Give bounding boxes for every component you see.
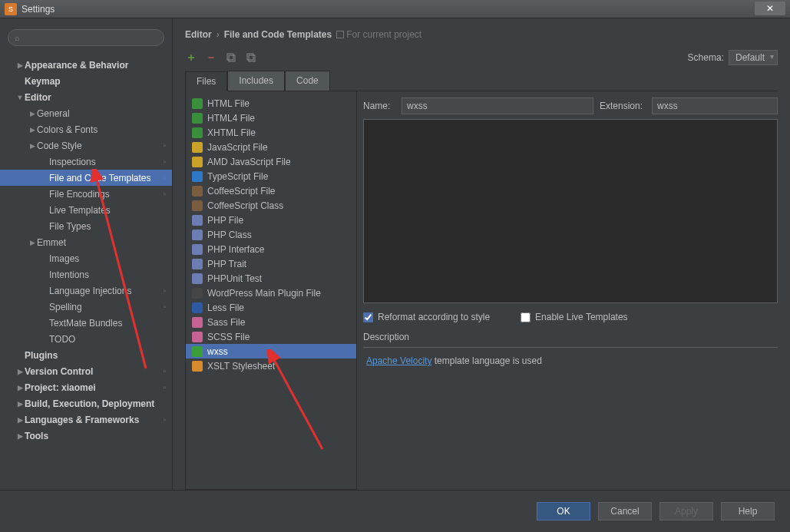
sidebar-item-label: Editor (25, 92, 51, 103)
add-template-button[interactable]: ＋ (185, 51, 197, 64)
template-list-item[interactable]: AMD JavaScript File (186, 154, 356, 169)
apply-button[interactable]: Apply (659, 502, 713, 520)
template-item-label: PHP Class (207, 230, 252, 240)
template-item-label: TypeScript File (207, 171, 268, 182)
file-type-icon (192, 346, 203, 357)
template-list-item[interactable]: PHPUnit Test (186, 271, 356, 286)
template-item-label: PHP Interface (207, 244, 264, 255)
template-list-item[interactable]: Sass File (186, 315, 356, 329)
template-list-item[interactable]: CoffeeScript Class (186, 198, 356, 213)
sidebar-item[interactable]: ▶Tools (0, 428, 172, 444)
tab-code[interactable]: Code (285, 71, 330, 91)
sidebar-item[interactable]: ▶Project: xiaomei▫ (0, 379, 172, 395)
sidebar-item-label: File Types (49, 221, 91, 232)
sidebar-item[interactable]: ▶Code Style▫ (0, 137, 172, 154)
velocity-link[interactable]: Apache Velocity (366, 355, 431, 366)
tab-files[interactable]: Files (185, 71, 227, 91)
help-button[interactable]: Help (721, 502, 775, 520)
template-list-item[interactable]: wxss (186, 344, 356, 359)
template-list-item[interactable]: CoffeeScript File (186, 183, 356, 198)
template-list-item[interactable]: JavaScript File (186, 140, 356, 154)
sidebar-item-label: Inspections (49, 157, 96, 167)
template-list-item[interactable]: PHP Interface (186, 242, 356, 256)
sidebar-item-label: Version Control (25, 366, 93, 377)
tree-arrow-icon: ▶ (28, 110, 37, 117)
sidebar-item[interactable]: Keymap (0, 73, 172, 89)
sidebar-item[interactable]: ▶General (0, 105, 172, 121)
template-item-label: HTML File (207, 98, 250, 109)
project-scope-icon: ▫ (163, 190, 166, 198)
project-scope-icon: ▫ (163, 302, 166, 311)
tab-includes[interactable]: Includes (227, 71, 285, 91)
copy-template-button-2[interactable] (245, 51, 257, 64)
template-name-input[interactable] (402, 97, 593, 114)
sidebar-item[interactable]: ▶Appearance & Behavior (0, 57, 172, 73)
reformat-checkbox[interactable]: Reformat according to style (363, 312, 490, 322)
cancel-button[interactable]: Cancel (598, 502, 652, 520)
ok-button[interactable]: OK (537, 502, 590, 520)
file-type-icon (192, 317, 203, 328)
sidebar-item[interactable]: ▼Editor (0, 89, 172, 105)
file-type-icon (192, 171, 203, 182)
sidebar-item[interactable]: Images (0, 250, 172, 266)
template-list-item[interactable]: XHTML File (186, 125, 356, 140)
file-type-icon (192, 127, 203, 138)
template-code-editor[interactable] (363, 119, 778, 303)
template-editor-panel: Name: Extension: Reformat according to s… (363, 91, 778, 490)
sidebar-item[interactable]: ▶Build, Execution, Deployment (0, 395, 172, 411)
sidebar-item[interactable]: File Types (0, 218, 172, 234)
template-item-label: JavaScript File (207, 142, 268, 153)
settings-tree: ▶Appearance & BehaviorKeymap▼Editor▶Gene… (0, 54, 172, 447)
sidebar-item[interactable]: Plugins (0, 347, 172, 363)
template-list-item[interactable]: SCSS File (186, 329, 356, 344)
file-type-icon (192, 215, 203, 226)
sidebar-search-input[interactable]: ⌕ (8, 29, 164, 46)
sidebar-item[interactable]: TODO (0, 331, 172, 347)
remove-template-button[interactable]: － (205, 51, 217, 64)
template-list-item[interactable]: TypeScript File (186, 169, 356, 183)
project-scope-icon: ▫ (163, 157, 166, 166)
template-list-item[interactable]: PHP Class (186, 227, 356, 242)
file-type-icon (192, 186, 203, 197)
enable-live-templates-checkbox[interactable]: Enable Live Templates (521, 312, 628, 322)
template-list-item[interactable]: PHP File (186, 213, 356, 227)
sidebar-item[interactable]: Inspections▫ (0, 154, 172, 170)
template-list-item[interactable]: HTML File (186, 96, 356, 111)
template-list-item[interactable]: WordPress Main Plugin File (186, 286, 356, 300)
window-title: Settings (21, 4, 55, 15)
sidebar-item[interactable]: ▶Languages & Frameworks▫ (0, 411, 172, 428)
sidebar-item[interactable]: ▶Colors & Fonts (0, 121, 172, 137)
template-list-item[interactable]: PHP Trait (186, 256, 356, 271)
template-item-label: Less File (207, 302, 244, 313)
copy-template-button[interactable] (225, 51, 237, 64)
breadcrumb-editor: Editor (185, 29, 212, 40)
sidebar-item[interactable]: Intentions (0, 266, 172, 283)
sidebar-item-label: Spelling (49, 302, 82, 312)
sidebar-item[interactable]: Spelling▫ (0, 299, 172, 315)
sidebar-item[interactable]: File and Code Templates▫ (0, 170, 172, 186)
template-item-label: WordPress Main Plugin File (207, 288, 321, 299)
sidebar-item[interactable]: TextMate Bundles (0, 315, 172, 331)
file-type-icon (192, 200, 203, 211)
file-type-icon (192, 244, 203, 255)
breadcrumb-page: File and Code Templates (224, 29, 332, 40)
sidebar-item[interactable]: ▶Emmet (0, 234, 172, 250)
template-list-item[interactable]: XSLT Stylesheet (186, 359, 356, 373)
window-close-button[interactable]: ✕ (755, 2, 785, 15)
sidebar-item[interactable]: File Encodings▫ (0, 186, 172, 202)
schema-label: Schema: (688, 52, 724, 63)
chevron-right-icon: › (217, 29, 220, 40)
template-list-item[interactable]: Less File (186, 300, 356, 315)
templates-toolbar: ＋ － Schema: Default (185, 48, 778, 68)
template-item-label: PHP Trait (207, 259, 246, 269)
schema-combo[interactable]: Default (729, 50, 778, 65)
template-list-item[interactable]: HTML4 File (186, 111, 356, 125)
schema-selector: Schema: Default (688, 50, 778, 65)
svg-rect-0 (227, 54, 233, 60)
sidebar-item[interactable]: Language Injections▫ (0, 283, 172, 299)
file-type-icon (192, 288, 203, 299)
sidebar-item[interactable]: Live Templates (0, 202, 172, 218)
sidebar-item[interactable]: ▶Version Control▫ (0, 363, 172, 379)
template-extension-input[interactable] (652, 97, 778, 114)
template-list[interactable]: HTML FileHTML4 FileXHTML FileJavaScript … (185, 91, 357, 490)
